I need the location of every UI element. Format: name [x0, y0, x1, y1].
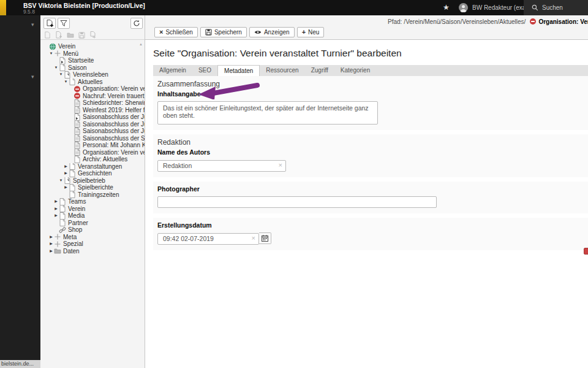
tree-item-label: Saisonabschluss der Senior — [83, 135, 145, 142]
tree-expander-icon[interactable]: ▶ — [63, 163, 69, 170]
tree-expander-icon[interactable]: ▶ — [63, 184, 69, 191]
tree-item[interactable]: Organisation: Verein verein — [40, 149, 145, 156]
tree-expander-icon[interactable]: ▶ — [48, 234, 54, 240]
tree-item[interactable]: Verein — [40, 43, 145, 50]
tree-item[interactable]: Saisonabschluss der Junior — [40, 113, 145, 121]
page-icon — [69, 191, 78, 199]
tree-expander-icon[interactable]: ▼ — [58, 177, 64, 184]
anzeigen-button[interactable]: Anzeigen — [249, 27, 295, 37]
page-advanced-icon — [64, 177, 73, 185]
top-bar: BSV Viktoria Bielstein [Production/Live]… — [0, 0, 588, 15]
neu-button[interactable]: +Neu — [297, 27, 325, 37]
schlieen-button[interactable]: ×Schließen — [154, 27, 198, 37]
path-prefix: Pfad: — [388, 18, 402, 25]
tree-item[interactable]: Schiedsrichter: Sherwin Mo — [40, 99, 145, 107]
breadcrumb-current-page: Organisation: Verein veranstaltet Turnie… — [538, 18, 588, 25]
tree-item-label: Startseite — [68, 57, 94, 64]
clear-icon[interactable]: × — [279, 161, 282, 169]
tab-allgemein[interactable]: Allgemein — [153, 65, 192, 76]
tree-item[interactable]: Archiv: Aktuelles — [40, 156, 145, 163]
page-new-icon — [55, 31, 62, 39]
tree-item[interactable]: Saisonabschluss der Senior — [40, 135, 145, 142]
tree-expander-icon[interactable]: ▼ — [48, 50, 54, 57]
tree-item[interactable]: ▶Spezial — [40, 240, 145, 248]
tree-expander-icon[interactable]: ▶ — [48, 240, 54, 247]
clear-icon[interactable]: × — [252, 234, 255, 242]
tree-item[interactable]: Nachruf: Verein trauert um — [40, 93, 145, 100]
search-button[interactable]: Suchen — [524, 0, 588, 15]
view-icon — [254, 29, 262, 35]
page-icon — [69, 184, 78, 191]
scrollbar-up-arrow: ▲ — [139, 42, 143, 46]
page-gray-icon — [74, 107, 83, 114]
tab-panel: Zusammenfassung Inhaltsangabe Das ist ei… — [153, 76, 588, 250]
calendar-button[interactable] — [259, 232, 271, 244]
tree-expander-icon[interactable]: ▶ — [53, 212, 59, 219]
field-label-inhaltsangabe: Inhaltsangabe — [157, 91, 579, 98]
autor-input[interactable] — [157, 160, 286, 172]
tree-item[interactable]: ▶Teams — [40, 198, 145, 205]
content-area: Pfad: /Verein/Menü/Saison/Vereinsleben/A… — [145, 15, 588, 368]
tree-item[interactable]: ▼Spielbetrieb — [40, 177, 145, 185]
inhaltsangabe-textarea[interactable]: Das ist ein schöner Einleitungstext, der… — [157, 101, 378, 125]
tree-item[interactable]: Saisonabschluss der Junior — [40, 121, 145, 128]
tree-expander-icon[interactable]: ▼ — [53, 64, 59, 71]
tree-item[interactable]: Shop — [40, 226, 145, 234]
tree-item[interactable]: ▶Veranstaltungen — [40, 163, 145, 171]
bookmark-star-icon[interactable]: ★ — [443, 2, 450, 12]
tree-item[interactable]: ▶Media — [40, 212, 145, 220]
tab-metadaten[interactable]: Metadaten — [217, 65, 260, 76]
tab-kategorien[interactable]: Kategorien — [334, 65, 376, 76]
module-sidebar: ▾ ▾ — [0, 15, 40, 360]
refresh-button[interactable] — [130, 18, 143, 29]
tab-seo[interactable]: SEO — [192, 65, 217, 76]
photographer-input[interactable] — [157, 196, 437, 208]
tab-zugriff[interactable]: Zugriff — [305, 65, 334, 76]
tree-item[interactable]: ▶Geschichten — [40, 170, 145, 177]
page-icon — [59, 212, 68, 220]
tree-expander-icon[interactable]: ▼ — [63, 79, 69, 85]
tree-expander-icon[interactable]: ▶ — [63, 170, 69, 177]
page-gray-icon — [74, 142, 83, 149]
tree-item[interactable]: Personal: Mit Johann Kast u — [40, 142, 145, 149]
page-icon — [69, 170, 78, 177]
tree-item[interactable]: ▼Vereinsleben — [40, 71, 145, 79]
tree-expander-icon[interactable]: ▼ — [58, 71, 64, 78]
tree-item[interactable]: ▼Aktuelles — [40, 79, 145, 86]
tree-item[interactable]: Saisonabschluss der Junior — [40, 128, 145, 135]
folder-icon — [67, 31, 74, 39]
tree-item-label: Aktuelles — [78, 79, 103, 85]
tree-item-label: Partner — [68, 220, 88, 226]
new-page-button[interactable] — [43, 18, 56, 29]
page-gray-icon — [74, 99, 83, 107]
user-avatar-icon[interactable] — [459, 3, 468, 12]
tree-item[interactable]: ▶Spielberichte — [40, 184, 145, 191]
breadcrumb: Pfad: /Verein/Menü/Saison/Vereinsleben/A… — [388, 18, 588, 25]
tree-item[interactable]: ▶Daten — [40, 248, 145, 255]
tree-item[interactable]: Weinfest 2019: Helfer fürs — [40, 107, 145, 114]
tree-expander-icon[interactable]: ▶ — [53, 205, 59, 212]
tree-item-label: Spezial — [63, 240, 83, 247]
page-gray-icon — [74, 128, 83, 135]
tree-item[interactable]: Partner — [40, 220, 145, 227]
tree-item[interactable]: ▶Verein — [40, 205, 145, 213]
erstellungsdatum-input[interactable] — [157, 233, 259, 245]
tree-item[interactable]: Trainingszeiten — [40, 191, 145, 199]
tree-item-label: Spielberichte — [78, 184, 113, 191]
tree-expander-icon[interactable]: ▶ — [53, 198, 59, 205]
tree-item[interactable]: ▼Saison — [40, 64, 145, 72]
chevron-down-icon[interactable]: ▾ — [31, 21, 34, 28]
tree-item-label: Menü — [63, 50, 78, 57]
tree-item[interactable]: Organisation: Verein verans — [40, 85, 145, 93]
tree-item-label: Organisation: Verein verans — [83, 85, 145, 92]
speichern-button[interactable]: Speichern — [200, 27, 247, 37]
tree-expander-icon[interactable]: ▶ — [48, 248, 54, 255]
page-title: Seite "Organisation: Verein veranstaltet… — [153, 48, 588, 59]
tree-item[interactable]: Startseite — [40, 57, 145, 64]
filter-button[interactable] — [58, 18, 70, 29]
tree-item[interactable]: ▼Menü — [40, 50, 145, 58]
site-title: BSV Viktoria Bielstein [Production/Live] — [23, 2, 145, 9]
chevron-down-icon[interactable]: ▾ — [31, 74, 34, 80]
tab-ressourcen[interactable]: Ressourcen — [260, 65, 304, 76]
tree-item[interactable]: ▶Meta — [40, 234, 145, 241]
